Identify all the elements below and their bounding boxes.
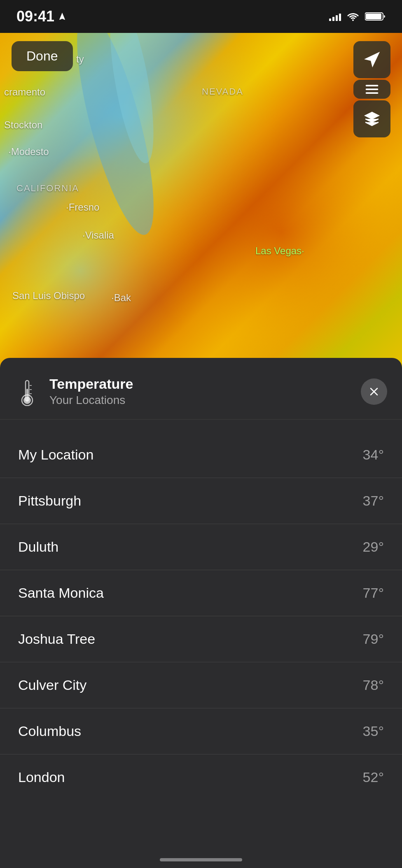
wifi-icon bbox=[347, 12, 359, 21]
location-item[interactable]: Culver City78° bbox=[0, 662, 402, 708]
bottom-sheet: Temperature Your Locations My Location34… bbox=[0, 358, 402, 868]
locations-list: My Location34°Pittsburgh37°Duluth29°Sant… bbox=[0, 420, 402, 812]
sheet-title: Temperature bbox=[49, 376, 361, 392]
location-item[interactable]: Santa Monica77° bbox=[0, 570, 402, 616]
location-item[interactable]: London52° bbox=[0, 754, 402, 800]
layers-icon bbox=[364, 111, 380, 127]
thermometer-icon bbox=[15, 379, 40, 404]
location-name: Culver City bbox=[18, 677, 86, 693]
location-item[interactable]: Joshua Tree79° bbox=[0, 616, 402, 662]
location-name: Duluth bbox=[18, 539, 58, 555]
location-temp: 35° bbox=[363, 723, 384, 739]
location-temp: 78° bbox=[363, 677, 384, 693]
location-item[interactable]: My Location34° bbox=[0, 432, 402, 478]
location-temp: 29° bbox=[363, 539, 384, 555]
navigate-icon bbox=[364, 52, 380, 67]
location-temp: 77° bbox=[363, 585, 384, 601]
location-temp: 52° bbox=[363, 769, 384, 785]
location-name: My Location bbox=[18, 447, 93, 463]
list-icon bbox=[364, 83, 380, 95]
map-controls bbox=[353, 41, 390, 137]
svg-marker-7 bbox=[366, 53, 379, 65]
location-item[interactable]: Duluth29° bbox=[0, 524, 402, 570]
location-button[interactable] bbox=[353, 41, 390, 78]
location-name: London bbox=[18, 769, 65, 785]
layers-button[interactable] bbox=[353, 100, 390, 137]
location-arrow-icon bbox=[58, 12, 67, 21]
sheet-header: Temperature Your Locations bbox=[0, 358, 402, 420]
signal-strength-icon bbox=[329, 12, 341, 21]
status-bar: 09:41 bbox=[0, 0, 402, 33]
svg-rect-1 bbox=[366, 14, 381, 19]
location-temp: 79° bbox=[363, 631, 384, 647]
sheet-subtitle: Your Locations bbox=[49, 394, 361, 407]
svg-rect-15 bbox=[26, 389, 28, 401]
status-time: 09:41 bbox=[16, 8, 67, 25]
location-temp: 34° bbox=[363, 447, 384, 463]
svg-marker-11 bbox=[365, 112, 379, 119]
location-name: Santa Monica bbox=[18, 585, 104, 601]
battery-icon bbox=[365, 12, 386, 21]
time-display: 09:41 bbox=[16, 8, 54, 25]
location-item[interactable]: Pittsburgh37° bbox=[0, 478, 402, 524]
done-button[interactable]: Done bbox=[12, 41, 73, 71]
location-name: Joshua Tree bbox=[18, 631, 95, 647]
location-temp: 37° bbox=[363, 493, 384, 509]
close-button[interactable] bbox=[361, 378, 387, 405]
sheet-title-area: Temperature Your Locations bbox=[49, 376, 361, 407]
location-item[interactable]: Columbus35° bbox=[0, 708, 402, 754]
list-button[interactable] bbox=[353, 80, 390, 99]
close-icon bbox=[368, 386, 380, 397]
location-name: Columbus bbox=[18, 723, 81, 739]
location-name: Pittsburgh bbox=[18, 493, 81, 509]
home-indicator bbox=[160, 858, 242, 861]
status-icons bbox=[329, 12, 386, 21]
